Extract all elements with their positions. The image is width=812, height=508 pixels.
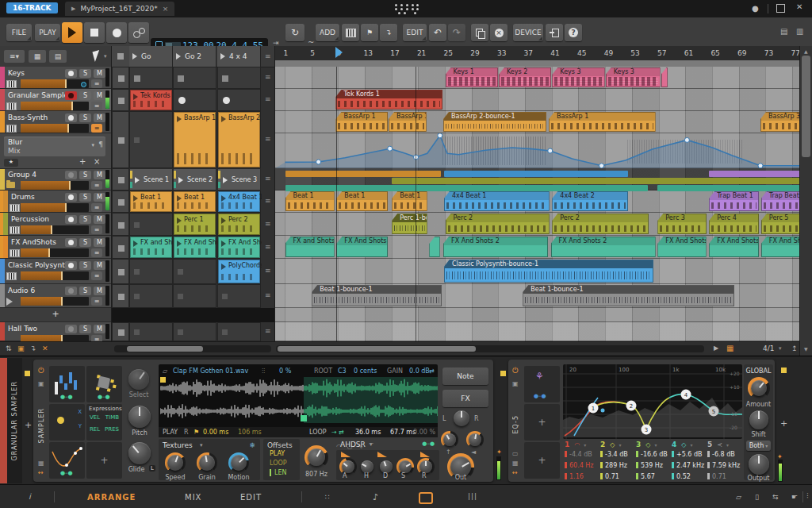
timeline-ruler[interactable]: 1591317212529333741454953576165697377 (275, 46, 800, 60)
volume-slider[interactable] (21, 181, 89, 190)
arranger-clip[interactable]: BassArp 3 (760, 112, 800, 132)
arranger-clip[interactable]: FX And Shots 2 (657, 237, 706, 257)
device-expand-icon[interactable]: ↔ (512, 469, 518, 476)
track-stop-button[interactable] (112, 190, 129, 213)
tool-dropdown-icon[interactable]: ▾ (104, 53, 107, 60)
arranger-clip[interactable]: BassArp 2-bounce-1 (443, 112, 546, 132)
mute-button[interactable]: M (94, 69, 105, 78)
modulator-random[interactable]: ●–● (86, 366, 122, 402)
textures-dropdown-icon[interactable]: ▾ (200, 442, 203, 448)
row-menu-icon[interactable]: ≡ (265, 73, 271, 81)
automation-point[interactable] (388, 146, 393, 151)
vscroll-thumb[interactable] (802, 56, 810, 157)
gain-value[interactable]: 0.0 dB (409, 368, 430, 375)
clip-slot[interactable] (129, 67, 173, 89)
close-button[interactable]: ✕ (796, 3, 802, 11)
solo-button[interactable]: S (79, 325, 91, 333)
arranger-clip[interactable]: FX And Shots 2 (336, 237, 388, 257)
mute-button[interactable]: M (94, 215, 105, 224)
loop-start-value[interactable]: 36.0 ms (355, 429, 381, 436)
automation-point[interactable] (684, 137, 689, 142)
arranger-clip[interactable]: Tek Kords 1 (335, 90, 442, 110)
clip-slot[interactable]: FX And Sho… (173, 236, 216, 259)
volume-slider[interactable] (21, 102, 89, 110)
zoom-fit-icon[interactable]: ↥ (791, 344, 798, 352)
arranger-clip[interactable]: Beat 1-bounce-1 (312, 285, 442, 306)
eq-band-value[interactable]: 289 Hz (600, 462, 634, 469)
pitch-knob[interactable] (128, 406, 151, 428)
eq-band-value[interactable]: 539 Hz (636, 462, 670, 469)
group-scene-cell[interactable]: Scene 1 (129, 168, 173, 190)
eq-band-value[interactable]: 5.67 (636, 473, 670, 480)
sample-folder-icon[interactable]: ▱ (163, 368, 167, 375)
cancel-button[interactable]: × (490, 24, 508, 41)
stop-button[interactable] (84, 22, 105, 43)
arranger-clip[interactable]: Perc 5 (761, 214, 800, 234)
eq-band-selector[interactable]: 4◇▾ (672, 441, 706, 448)
launcher-clip[interactable]: Tek Kords 1 (130, 90, 172, 110)
follow-icon[interactable]: ▶ (714, 344, 718, 352)
track-menu-button[interactable]: ≡ (91, 79, 102, 88)
arranger-clip[interactable]: Trap Beat 2 (761, 191, 800, 211)
eq-band-value[interactable]: 60.4 Hz (565, 462, 599, 469)
track-stop-button[interactable] (112, 67, 129, 89)
record-arm-button[interactable] (65, 261, 77, 270)
arranger-clip[interactable]: FX And Shots 2 (443, 237, 548, 257)
solo-button[interactable]: S (79, 69, 91, 78)
send-knob-1[interactable] (441, 431, 458, 448)
arranger-clip[interactable]: 4x4 Beat 1 (444, 191, 550, 211)
scene-header-1[interactable]: Go (129, 46, 173, 67)
clip-slot[interactable] (217, 322, 261, 341)
edit-menu-button[interactable]: EDIT (403, 24, 427, 41)
row-menu-icon[interactable]: ≡ (265, 135, 271, 143)
modulator-steps[interactable]: ●–● (49, 366, 85, 402)
automation-point[interactable] (438, 133, 442, 138)
add-device-before-button[interactable]: + (25, 420, 32, 430)
clip-slot[interactable] (129, 213, 173, 236)
add-modulator-button[interactable]: + (524, 442, 560, 479)
playstart-marker-icon[interactable] (335, 47, 343, 58)
file-menu-button[interactable]: FILE (6, 24, 32, 41)
glide-legato-badge[interactable]: L (149, 465, 155, 471)
clip-slot[interactable]: 4x4 Beat 1 (217, 190, 261, 213)
piano-keyboard-icon[interactable]: ⫶ (806, 492, 809, 501)
restore-button[interactable] (776, 4, 785, 13)
env-dropdown-icon[interactable]: ▾ (370, 441, 373, 448)
pin-icon[interactable]: ¶ (98, 140, 103, 148)
eq-graph[interactable]: 20 100 1k 10k +20 +10 -10 -20 12345 (563, 364, 742, 439)
volume-slider[interactable] (21, 124, 89, 133)
clip-slot[interactable] (173, 322, 216, 341)
track-stop-button[interactable] (112, 322, 129, 341)
stretch-icon[interactable]: ⇄ (429, 368, 435, 375)
panel-toggle-left-icon[interactable]: ▤ (780, 27, 787, 36)
clip-slot[interactable]: FX And Sho (217, 236, 261, 259)
keytrack-icon[interactable]: ⫶⫶ (262, 368, 265, 375)
group-scene-cell[interactable]: Scene 3 (217, 168, 261, 190)
device-preset-icon[interactable]: ▣ (38, 380, 44, 387)
launcher-clip[interactable]: 4x4 Beat 1 (218, 191, 260, 212)
eq-band-value[interactable]: -6.8 dB (707, 451, 741, 458)
loop-length-value[interactable]: 67.7 ms (390, 429, 416, 436)
arranger-clip[interactable]: FX And Shots 2 (551, 237, 656, 257)
mute-button[interactable]: M (94, 193, 105, 202)
arranger-scrollbar[interactable] (276, 345, 704, 352)
filter-freq-value[interactable]: 807 Hz (300, 471, 333, 478)
arranger-clip[interactable]: Trap Beat 1 (709, 191, 759, 211)
device-menu-button[interactable]: DEVICE (513, 24, 543, 41)
track-stop-button[interactable] (112, 89, 129, 111)
playhead-line[interactable] (336, 67, 337, 341)
arrange-view-tab[interactable]: ARRANGE (87, 493, 136, 502)
undo-button[interactable]: ↶ (429, 24, 446, 41)
group-scene-cell[interactable]: Scene 2 (173, 168, 216, 190)
volume-slider[interactable] (21, 225, 89, 234)
clip-slot[interactable] (217, 284, 261, 308)
launcher-clip[interactable]: PolyChords (218, 260, 260, 283)
mute-button[interactable]: M (94, 91, 105, 100)
eq-band-value[interactable]: +5.6 dB (672, 451, 706, 458)
volume-slider[interactable] (21, 203, 89, 212)
clip-slot[interactable] (173, 89, 216, 111)
arranger-clip[interactable]: Keys 3 (552, 67, 604, 87)
help-button[interactable]: ? (565, 24, 582, 41)
arranger-clip[interactable]: BassArp 1 (549, 112, 656, 132)
loop-button[interactable]: ↻ (285, 24, 304, 41)
